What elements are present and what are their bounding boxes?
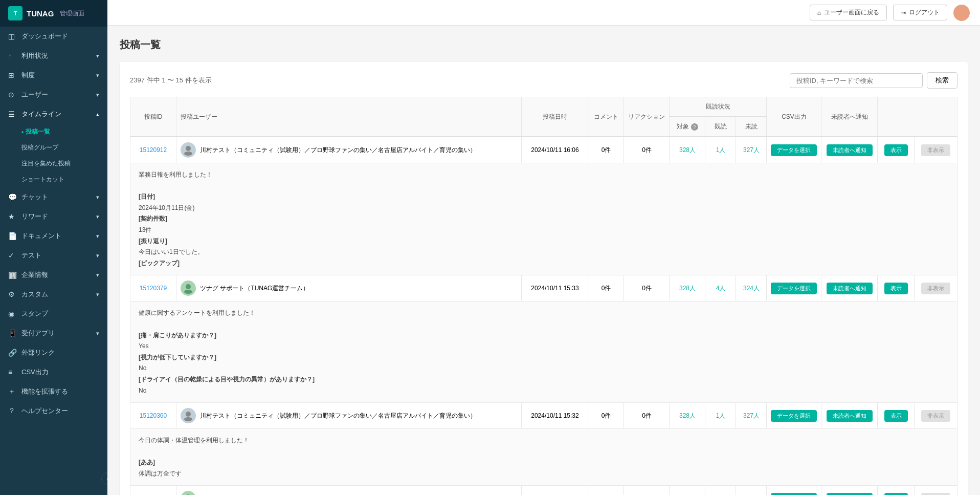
post-id-link[interactable]: 15120360	[140, 412, 167, 419]
sidebar-item-help[interactable]: ？ ヘルプセンター	[0, 401, 107, 421]
show-button[interactable]: 表示	[884, 410, 908, 422]
user-name: 川村テスト（コミュニティ（試験用）／プロ野球ファンの集い／名古屋店アルバイト／育…	[200, 412, 476, 420]
notify-button[interactable]: 未読者へ通知	[827, 410, 873, 422]
target-link[interactable]: 328人	[679, 146, 696, 154]
post-id-link[interactable]: 15120379	[140, 285, 167, 292]
sidebar-item-system[interactable]: ⊞ 制度 ▾	[0, 66, 107, 85]
th-csv: CSV出力	[767, 97, 821, 137]
hide-cell: 非表示	[914, 403, 957, 429]
content-area: 投稿一覧 2397 件中 1 〜 15 件を表示 検索 投稿ID 投稿ユーザー …	[107, 26, 980, 495]
csv-select-button[interactable]: データを選択	[771, 144, 817, 156]
sidebar-item-reward[interactable]: ★ リワード ▾	[0, 207, 107, 226]
target-link[interactable]: 328人	[679, 285, 696, 292]
show-button[interactable]: 表示	[884, 493, 908, 495]
table-row: 15120379 ツナグ サポート（TUNAG運営チーム） 2024/10/11…	[130, 275, 957, 302]
reaction-cell: 0件	[624, 403, 670, 429]
sidebar-subitem-attention-post[interactable]: 注目を集めた投稿	[0, 156, 107, 171]
csv-cell: データを選択	[767, 403, 821, 429]
notify-cell: 未読者へ通知	[821, 403, 878, 429]
sidebar-item-users[interactable]: ⊙ ユーザー ▾	[0, 85, 107, 104]
search-button[interactable]: 検索	[927, 72, 957, 89]
sidebar: T TUNAG 管理画面 ◫ ダッシュボード ↑ 利用状況 ▾ ⊞ 制度 ▾ ⊙…	[0, 0, 107, 495]
user-screen-button[interactable]: ⌂ ユーザー画面に戻る	[810, 5, 887, 20]
sidebar-item-usage[interactable]: ↑ 利用状況 ▾	[0, 46, 107, 66]
show-button[interactable]: 表示	[884, 144, 908, 156]
show-cell: 表示	[878, 137, 915, 163]
help-tooltip-icon[interactable]: ?	[691, 123, 698, 131]
chevron-down-icon: ▾	[96, 252, 99, 259]
sidebar-subitem-post-list[interactable]: • 投稿一覧	[0, 124, 107, 140]
unread-link[interactable]: 324人	[743, 285, 760, 292]
post-id-cell: 15119328	[130, 486, 176, 495]
post-id-link[interactable]: 15120912	[140, 146, 167, 154]
csv-select-button[interactable]: データを選択	[771, 410, 817, 422]
external-icon: 🔗	[8, 349, 17, 357]
csv-cell: データを選択	[767, 137, 821, 163]
logout-button[interactable]: ⇥ ログアウト	[893, 5, 947, 20]
read-cell: 1人	[705, 137, 736, 163]
read-link[interactable]: 4人	[716, 285, 726, 292]
sidebar-subitem-shortcut[interactable]: ショートカット	[0, 171, 107, 187]
post-id-cell: 15120912	[130, 137, 176, 163]
unread-cell: 327人	[736, 137, 767, 163]
show-cell: 表示	[878, 403, 915, 429]
user-name: ツナグ サポート（TUNAG運営チーム）	[200, 284, 309, 293]
dashboard-icon: ◫	[8, 32, 17, 40]
sidebar-item-csv[interactable]: ≡ CSV出力	[0, 362, 107, 382]
sidebar-item-external[interactable]: 🔗 外部リンク	[0, 343, 107, 362]
post-date-cell: 2024/10/11 15:33	[522, 275, 588, 302]
sidebar-item-timeline[interactable]: ☰ タイムライン ▴	[0, 104, 107, 124]
sidebar-item-document[interactable]: 📄 ドキュメント ▾	[0, 226, 107, 246]
avatar	[953, 5, 970, 21]
expand-row: 業務日報を利用しました！ [日付]2024年10月11日(金) [契約件数]13…	[130, 163, 957, 275]
csv-select-button[interactable]: データを選択	[771, 493, 817, 495]
comment-cell: 0件	[588, 486, 624, 495]
reaction-cell: 0件	[624, 275, 670, 302]
expand-row: 今日の体調・体温管理を利用しました！ [ああ]体調は万全です	[130, 429, 957, 486]
svg-point-5	[184, 417, 192, 421]
main-area: ⌂ ユーザー画面に戻る ⇥ ログアウト 投稿一覧 2397 件中 1 〜 15 …	[107, 0, 980, 495]
post-user-cell: 川村テスト（コミュニティ（試験用）／プロ野球ファンの集い／名古屋店アルバイト／育…	[176, 137, 522, 163]
expand-content: 業務日報を利用しました！ [日付]2024年10月11日(金) [契約件数]13…	[130, 163, 957, 275]
read-link[interactable]: 1人	[716, 412, 726, 419]
sidebar-item-chat[interactable]: 💬 チャット ▾	[0, 187, 107, 207]
show-cell: 表示	[878, 275, 915, 302]
th-post-date: 投稿日時	[522, 97, 588, 137]
comment-cell: 0件	[588, 275, 624, 302]
sidebar-item-extend[interactable]: ＋ 機能を拡張する	[0, 382, 107, 401]
table-row: 15120912 川村テスト（コミュニティ（試験用）／プロ野球ファンの集い／名古…	[130, 137, 957, 163]
notify-button[interactable]: 未読者へ通知	[827, 144, 873, 156]
sidebar-collapse-button[interactable]: ‹	[101, 472, 107, 485]
sidebar-item-reception[interactable]: 📱 受付アプリ ▾	[0, 324, 107, 343]
sidebar-item-test[interactable]: ✓ テスト ▾	[0, 246, 107, 265]
csv-cell: データを選択	[767, 486, 821, 495]
target-cell: 328人	[670, 486, 705, 495]
sidebar-item-company[interactable]: 🏢 企業情報 ▾	[0, 265, 107, 285]
post-list-card: 2397 件中 1 〜 15 件を表示 検索 投稿ID 投稿ユーザー 投稿日時 …	[120, 62, 968, 495]
target-link[interactable]: 328人	[679, 412, 696, 419]
unread-link[interactable]: 327人	[743, 412, 760, 419]
hide-button: 非表示	[921, 144, 950, 156]
post-date-cell: 2024/10/11 16:06	[522, 137, 588, 163]
show-button[interactable]: 表示	[884, 283, 908, 294]
page-title: 投稿一覧	[120, 38, 968, 52]
extend-icon: ＋	[8, 387, 17, 396]
th-post-user: 投稿ユーザー	[176, 97, 522, 137]
notify-button[interactable]: 未読者へ通知	[827, 283, 873, 294]
sidebar-item-dashboard[interactable]: ◫ ダッシュボード	[0, 27, 107, 46]
sidebar-subitem-post-group[interactable]: 投稿グループ	[0, 140, 107, 156]
th-notify: 未読者へ通知	[821, 97, 878, 137]
notify-button[interactable]: 未読者へ通知	[827, 493, 873, 495]
sidebar-item-stamp[interactable]: ◉ スタンプ	[0, 304, 107, 324]
read-link[interactable]: 1人	[716, 146, 726, 154]
sidebar-item-custom[interactable]: ⚙ カスタム ▾	[0, 285, 107, 304]
user-avatar	[181, 142, 196, 158]
unread-cell: 324人	[736, 275, 767, 302]
post-date-cell: 2024/10/11 15:32	[522, 403, 588, 429]
target-cell: 328人	[670, 137, 705, 163]
search-input[interactable]	[790, 73, 923, 88]
search-box: 検索	[790, 72, 957, 89]
svg-point-0	[186, 146, 191, 151]
unread-link[interactable]: 327人	[743, 146, 760, 154]
csv-select-button[interactable]: データを選択	[771, 283, 817, 294]
